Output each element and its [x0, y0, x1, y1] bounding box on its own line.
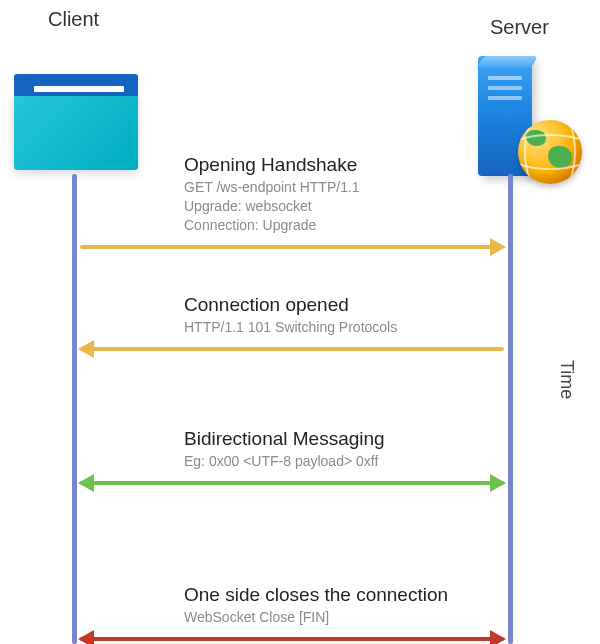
step-detail-line: Eg: 0x00 <UTF-8 payload> 0xff — [184, 452, 504, 471]
arrow-bidirectional-close — [80, 637, 504, 641]
globe-land — [526, 130, 546, 146]
arrow-bidirectional — [80, 481, 504, 485]
arrow-client-to-server — [80, 245, 504, 249]
step-title: Bidirectional Messaging — [184, 428, 504, 450]
step-detail-line: GET /ws-endpoint HTTP/1.1 — [184, 178, 504, 197]
browser-addressbar — [34, 86, 124, 92]
time-axis-label: Time — [556, 360, 577, 399]
step-close-connection: One side closes the connection WebSocket… — [80, 584, 504, 641]
step-detail-line: Upgrade: websocket — [184, 197, 504, 216]
step-connection-opened: Connection opened HTTP/1.1 101 Switching… — [80, 294, 504, 351]
globe-icon — [518, 120, 582, 184]
step-detail-line: Connection: Upgrade — [184, 216, 504, 235]
step-title: Opening Handshake — [184, 154, 504, 176]
server-label: Server — [490, 16, 549, 39]
server-lifeline — [508, 174, 513, 644]
client-label: Client — [48, 8, 99, 31]
step-detail-line: HTTP/1.1 101 Switching Protocols — [184, 318, 504, 337]
step-title: One side closes the connection — [184, 584, 504, 606]
step-opening-handshake: Opening Handshake GET /ws-endpoint HTTP/… — [80, 154, 504, 249]
arrow-server-to-client — [80, 347, 504, 351]
client-lifeline — [72, 174, 77, 644]
server-slot — [488, 96, 522, 100]
step-bidirectional-messaging: Bidirectional Messaging Eg: 0x00 <UTF-8 … — [80, 428, 504, 485]
server-slot — [488, 76, 522, 80]
browser-titlebar — [14, 74, 138, 96]
step-title: Connection opened — [184, 294, 504, 316]
step-detail-line: WebSocket Close [FIN] — [184, 608, 504, 627]
globe-land — [548, 146, 572, 168]
server-slot — [488, 86, 522, 90]
